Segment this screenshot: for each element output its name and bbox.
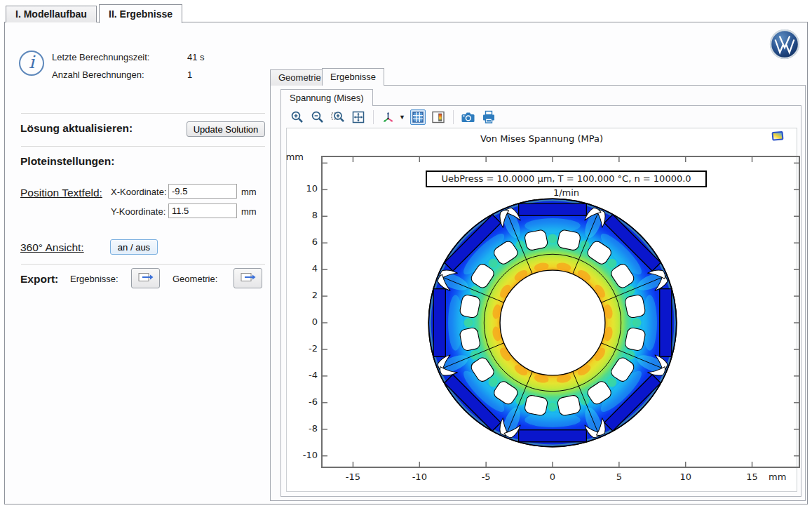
tab-geometrie[interactable]: Geometrie xyxy=(270,69,330,86)
y-tick-label: -4 xyxy=(287,370,318,380)
y-axis-unit: mm xyxy=(273,152,304,162)
y-tick-label: -2 xyxy=(287,343,318,354)
last-computation-value: 41 s xyxy=(187,52,205,62)
y-tick-label: -8 xyxy=(287,423,318,434)
color-legend-icon[interactable] xyxy=(431,109,446,125)
axis-orientation-icon[interactable] xyxy=(381,109,396,125)
y-tick-label: 4 xyxy=(287,263,318,274)
zoom-extents-icon[interactable] xyxy=(351,109,366,125)
y-coordinate-input[interactable] xyxy=(168,203,237,218)
export-results-label: Ergebnisse: xyxy=(70,274,119,284)
plot-toolbar: ▼ xyxy=(283,107,801,127)
separator xyxy=(21,146,265,147)
computation-count-label: Anzahl Berechnungen: xyxy=(52,69,144,80)
y-tick-label: -10 xyxy=(287,450,318,460)
image-snapshot-icon[interactable] xyxy=(771,130,785,142)
zoom-box-icon[interactable] xyxy=(330,109,346,125)
toolbar-separator xyxy=(373,110,374,124)
x-tick-label: -10 xyxy=(402,472,437,482)
export-geometry-label: Geometrie: xyxy=(172,274,217,284)
snapshot-camera-icon[interactable] xyxy=(461,109,476,125)
rotor-stress-plot[interactable] xyxy=(323,157,799,467)
view-360-heading: 360° Ansicht: xyxy=(20,241,84,254)
x-axis-unit: mm xyxy=(769,472,786,482)
view-360-toggle-button[interactable]: an / aus xyxy=(110,239,158,255)
export-icon xyxy=(138,272,154,286)
plot-annotation-box: UebPress = 10.0000 µm, T = 100.000 °C, n… xyxy=(426,171,707,187)
update-solution-button[interactable]: Update Solution xyxy=(187,121,265,137)
export-results-button[interactable] xyxy=(131,268,160,288)
y-tick-label: 0 xyxy=(287,316,318,327)
x-unit-label: mm xyxy=(241,187,257,197)
tab-ergebnisse-plot[interactable]: Ergebnisse xyxy=(322,68,384,86)
export-heading: Export: xyxy=(20,273,58,286)
vw-logo xyxy=(769,29,800,60)
tab-spannung-mises[interactable]: Spannung (Mises) xyxy=(280,89,373,106)
x-tick-label: -5 xyxy=(468,472,503,482)
zoom-out-icon[interactable] xyxy=(310,109,325,125)
separator xyxy=(21,113,265,114)
x-coordinate-input[interactable] xyxy=(168,184,237,199)
axis-orientation-dropdown-caret[interactable]: ▼ xyxy=(399,114,405,121)
x-coordinate-label: X-Koordinate: xyxy=(111,187,167,197)
y-tick-label: -6 xyxy=(287,396,318,407)
y-tick-label: 10 xyxy=(287,183,318,194)
separator xyxy=(21,264,265,265)
y-unit-label: mm xyxy=(241,206,257,217)
x-tick-label: 0 xyxy=(535,472,570,482)
last-computation-label: Letzte Berechnungszeit: xyxy=(52,52,149,62)
print-icon[interactable] xyxy=(481,109,496,125)
x-tick-label: 10 xyxy=(668,472,703,482)
export-icon xyxy=(241,272,256,286)
info-icon: i xyxy=(19,51,44,76)
toolbar-separator xyxy=(453,110,454,124)
grid-toggle-icon[interactable] xyxy=(410,109,426,125)
x-tick-label: 15 xyxy=(735,472,770,482)
y-coordinate-label: Y-Koordinate: xyxy=(111,206,165,217)
y-tick-label: 2 xyxy=(287,290,318,300)
computation-count-value: 1 xyxy=(187,69,192,80)
graphics-canvas[interactable]: Von Mises Spannung (MPa) UebPress = 10.0… xyxy=(286,128,797,492)
zoom-in-icon[interactable] xyxy=(290,109,305,125)
tab-ergebnisse[interactable]: II. Ergebnisse xyxy=(99,4,182,23)
x-tick-label: -15 xyxy=(335,472,370,482)
tab-modellaufbau[interactable]: I. Modellaufbau xyxy=(6,6,97,22)
solution-heading: Lösung aktualisieren: xyxy=(20,122,133,135)
y-tick-label: 8 xyxy=(287,210,318,220)
plot-settings-heading: Ploteinstellungen: xyxy=(20,155,114,168)
x-tick-label: 5 xyxy=(602,472,637,482)
export-geometry-button[interactable] xyxy=(234,268,262,288)
plot-title: Von Mises Spannung (MPa) xyxy=(287,133,797,144)
y-tick-label: 6 xyxy=(287,236,318,247)
position-textfield-heading: Position Textfeld: xyxy=(20,187,102,199)
app-window: I. Modellaufbau II. Ergebnisse i Letzte … xyxy=(0,0,812,508)
